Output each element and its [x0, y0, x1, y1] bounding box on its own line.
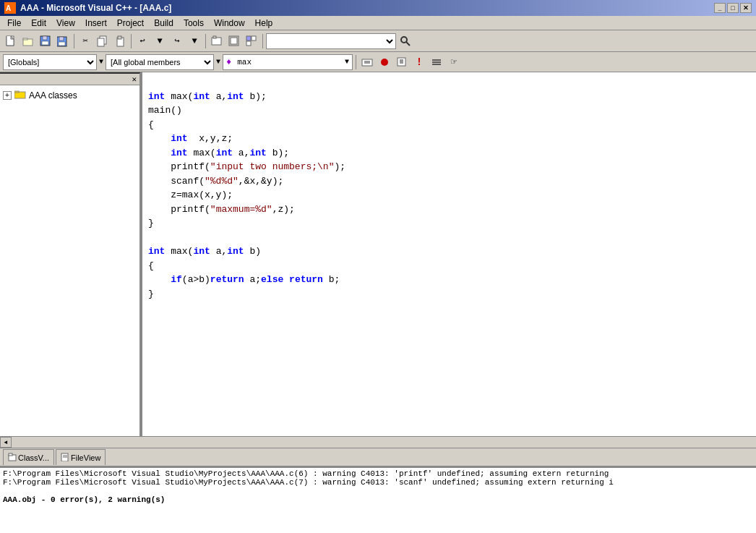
separator-3	[205, 34, 206, 48]
separator-5	[356, 55, 356, 69]
undo-dropdown[interactable]: ▼	[152, 33, 168, 49]
menu-edit[interactable]: Edit	[27, 17, 51, 29]
save-all-button[interactable]	[55, 33, 71, 49]
svg-rect-22	[246, 41, 251, 46]
window-controls: _ □ ✕	[714, 3, 752, 13]
svg-point-23	[401, 37, 407, 43]
scroll-left-button[interactable]: ◄	[0, 437, 12, 448]
title-text: AAA - Microsoft Visual C++ - [AAA.c]	[20, 3, 171, 13]
sidebar-tab-bar: ClassV... FileView	[0, 448, 756, 466]
fileview-tab[interactable]: FileView	[56, 449, 106, 465]
folder-icon	[14, 89, 26, 101]
sidebar: ✕ + AAA classes	[0, 72, 141, 436]
resource-button[interactable]	[209, 33, 225, 49]
svg-rect-20	[246, 36, 251, 40]
breakpoint-button[interactable]	[377, 54, 392, 70]
minimize-button[interactable]: _	[714, 3, 726, 13]
svg-text:A: A	[6, 4, 11, 12]
output-line-2: F:\Program Files\Microsoft Visual Studio…	[3, 478, 753, 487]
classview-button[interactable]	[359, 54, 375, 70]
cut-button[interactable]: ✂	[77, 33, 93, 49]
classview-tab-icon	[8, 453, 17, 463]
classview-tab[interactable]: ClassV...	[3, 449, 54, 465]
fileview-tab-icon	[61, 453, 69, 463]
undo-button[interactable]: ↩	[134, 33, 150, 49]
menu-window[interactable]: Window	[210, 17, 249, 29]
svg-rect-7	[43, 36, 47, 40]
toolbar: ✂ ↩ ▼ ↪ ▼	[0, 30, 756, 52]
sidebar-tabs-container: ClassV... FileView	[3, 449, 106, 465]
menu-project[interactable]: Project	[113, 17, 148, 29]
svg-rect-11	[59, 42, 65, 46]
menu-bar: File Edit View Insert Project Build Tool…	[0, 16, 756, 30]
code-content: int max(int a,int b); main() { int x,y,z…	[148, 75, 750, 315]
separator-2	[131, 34, 132, 48]
svg-line-24	[406, 42, 410, 46]
svg-rect-10	[59, 37, 64, 40]
output-line-4: AAA.obj - 0 error(s), 2 warning(s)	[3, 495, 753, 504]
menu-help[interactable]: Help	[251, 17, 278, 29]
menu-insert[interactable]: Insert	[81, 17, 111, 29]
function-dropdown-container[interactable]: ♦ max ▼	[223, 54, 353, 70]
search-dropdown[interactable]	[266, 33, 396, 49]
function-dropdown-arrow: ▼	[345, 58, 349, 66]
maximize-button[interactable]: □	[727, 3, 739, 13]
output-panel[interactable]: F:\Program Files\Microsoft Visual Studio…	[0, 466, 756, 533]
open-button[interactable]	[20, 33, 36, 49]
copy-button[interactable]	[95, 33, 111, 49]
menu-tools[interactable]: Tools	[179, 17, 208, 29]
svg-rect-39	[9, 453, 12, 456]
svg-rect-21	[252, 36, 256, 40]
toolbar2: [Globals] ▼ [All global members ▼ ♦ max …	[0, 52, 756, 72]
app-icon: A	[4, 2, 16, 14]
sidebar-close[interactable]: ✕	[132, 74, 137, 84]
function-icon: ♦	[226, 57, 231, 67]
svg-rect-5	[23, 38, 27, 40]
svg-rect-13	[98, 38, 104, 46]
fileview-tab-label: FileView	[71, 453, 100, 462]
separator-1	[74, 34, 74, 48]
debug-button[interactable]	[394, 54, 410, 70]
member-dropdown-arrow: ▼	[216, 58, 220, 66]
output-line-1: F:\Program Files\Microsoft Visual Studio…	[3, 469, 753, 478]
tree-root-item: + AAA classes	[3, 88, 137, 102]
menu-build[interactable]: Build	[150, 17, 178, 29]
svg-rect-15	[118, 36, 121, 39]
hscroll-track[interactable]	[12, 438, 756, 447]
output-line-3	[3, 487, 753, 495]
indent-button[interactable]	[429, 54, 444, 70]
menu-view[interactable]: View	[52, 17, 80, 29]
workspace-button[interactable]	[226, 33, 242, 49]
scope-dropdown[interactable]: [Globals]	[3, 54, 97, 70]
svg-rect-37	[14, 91, 19, 93]
tree-expand-button[interactable]: +	[3, 91, 12, 100]
tree-label: AAA classes	[29, 90, 77, 101]
find-button[interactable]	[398, 33, 413, 49]
classview-tab-label: ClassV...	[18, 453, 49, 462]
main-area: ✕ + AAA classes int max(int a,int b); ma…	[0, 72, 756, 436]
function-dropdown-label: max	[237, 58, 252, 67]
code-editor[interactable]: int max(int a,int b); main() { int x,y,z…	[141, 72, 756, 436]
new-button[interactable]	[3, 33, 19, 49]
member-dropdown[interactable]: [All global members	[106, 54, 214, 70]
exclaim-button[interactable]: !	[411, 54, 427, 70]
scope-dropdown-arrow: ▼	[99, 58, 103, 66]
save-button[interactable]	[38, 33, 53, 49]
paste-button[interactable]	[112, 33, 128, 49]
redo-dropdown[interactable]: ▼	[186, 33, 202, 49]
menu-file[interactable]: File	[3, 17, 25, 29]
redo-button[interactable]: ↪	[169, 33, 185, 49]
svg-rect-17	[213, 36, 216, 38]
hscroll-area: ◄	[0, 436, 756, 448]
separator-4	[262, 34, 263, 48]
svg-rect-19	[231, 38, 237, 44]
sidebar-tree: + AAA classes	[0, 85, 139, 105]
svg-rect-8	[42, 41, 48, 45]
close-button[interactable]: ✕	[740, 3, 752, 13]
view-button[interactable]	[244, 33, 259, 49]
title-bar: A AAA - Microsoft Visual C++ - [AAA.c] _…	[0, 0, 756, 16]
hand-button[interactable]: ☞	[446, 54, 462, 70]
svg-point-28	[381, 59, 388, 66]
sidebar-header: ✕	[0, 74, 139, 85]
